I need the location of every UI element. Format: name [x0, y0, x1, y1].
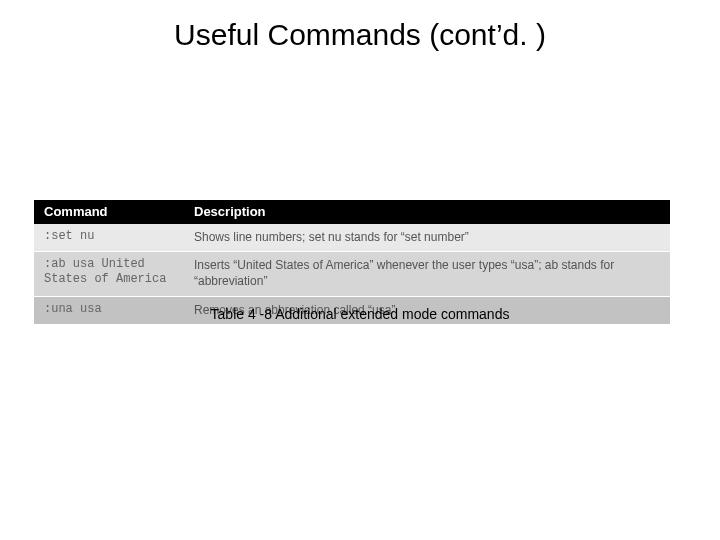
- table-caption: Table 4 -8 Additional extended mode comm…: [0, 306, 720, 322]
- column-header-description: Description: [184, 200, 670, 224]
- table-row: :ab usa United States of America Inserts…: [34, 252, 670, 296]
- cell-description: Inserts “United States of America” whene…: [184, 252, 670, 296]
- column-header-command: Command: [34, 200, 184, 224]
- cell-command: :set nu: [34, 224, 184, 252]
- cell-command: :ab usa United States of America: [34, 252, 184, 296]
- table-row: :set nu Shows line numbers; set nu stand…: [34, 224, 670, 252]
- cell-description: Shows line numbers; set nu stands for “s…: [184, 224, 670, 252]
- slide: Useful Commands (cont’d. ) Command Descr…: [0, 0, 720, 540]
- table-header-row: Command Description: [34, 200, 670, 224]
- page-title: Useful Commands (cont’d. ): [0, 18, 720, 52]
